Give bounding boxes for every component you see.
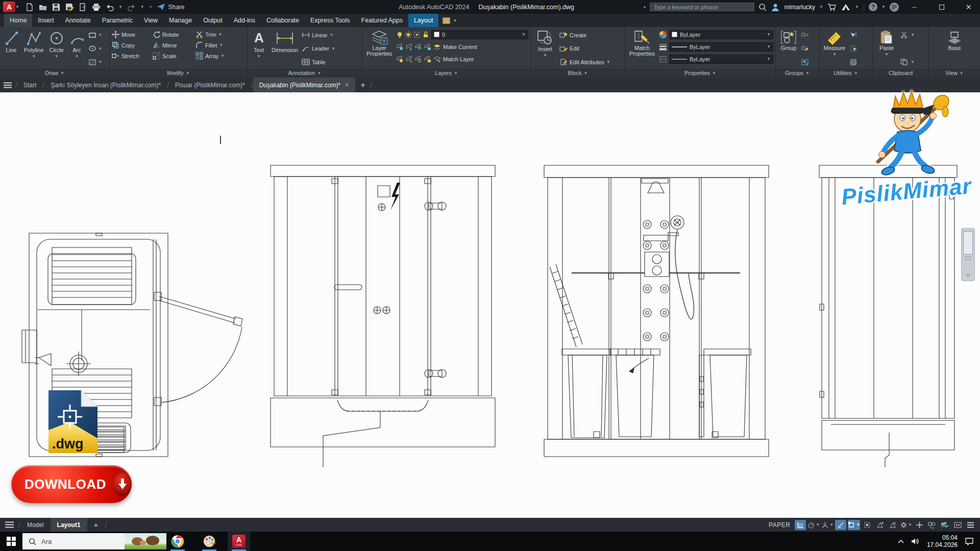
panel-title-properties[interactable]: Properties▼ [625,68,775,78]
layer-thaw-sun-icon[interactable] [405,31,412,38]
layer-del-icon[interactable] [424,56,431,63]
layout1-tab[interactable]: Layout1 [51,518,87,532]
paper-space-indicator[interactable]: PAPER [769,521,790,529]
signed-in-user[interactable]: mimarlucky [784,4,815,11]
object-snap-toggle[interactable]: ▼ [848,520,860,530]
isolate-objects-toggle[interactable] [926,520,938,530]
user-avatar-icon[interactable] [771,3,780,11]
doc-tab-close-icon[interactable]: ✕ [345,82,349,88]
redo-icon[interactable] [127,3,136,11]
plot-icon[interactable] [92,3,101,11]
autocad-app-icon[interactable]: A [3,2,15,12]
layer-merge-icon[interactable] [414,56,422,63]
polyline-button[interactable]: Polyline▼ [22,29,45,68]
help-search-input[interactable]: Type a keyword or phrase [650,3,754,11]
edit-block-button[interactable]: Edit [559,43,610,54]
layer-isolate-icon[interactable] [413,31,421,38]
panel-title-annotation[interactable]: Annotation▼ [248,68,362,78]
hatch-tool-button[interactable]: ▼ [88,57,103,67]
tab-layout[interactable]: Layout [408,14,439,27]
mirror-button[interactable]: Mirror [153,40,194,51]
undo-icon[interactable] [105,3,114,11]
rotate-button[interactable]: Rotate [153,29,194,40]
new-file-icon[interactable] [26,3,34,11]
make-current-button[interactable]: Make Current [433,42,477,52]
taskbar-paint-app-icon[interactable] [198,532,220,551]
taskbar-autocad-icon[interactable]: ACAD [228,532,250,551]
save-as-icon[interactable] [65,3,74,11]
customization-plus[interactable] [914,520,925,530]
select-objects-button[interactable] [850,43,857,54]
save-icon[interactable] [52,3,61,11]
linetype-dropdown[interactable]: ByLayer▼ [669,55,773,64]
clean-screen-toggle[interactable] [952,520,963,530]
save-to-web-icon[interactable] [79,3,87,11]
doc-tab-dusakabin[interactable]: Duşakabin (PislikMimar.com)* ✕ [253,78,356,92]
measure-button[interactable]: Measure▼ [821,29,848,68]
drawing-canvas[interactable]: PislikMimar .dwg DOWNLOAD [0,92,980,518]
copy-clip-button[interactable]: ▼ [900,57,915,67]
quick-select-button[interactable] [850,30,857,40]
layout-sheet-icon[interactable] [443,17,450,24]
redo-dropdown-caret-icon[interactable]: ▼ [140,5,144,9]
doc-tabs-menu-icon[interactable] [0,78,15,92]
tab-express-tools[interactable]: Express Tools [305,14,356,27]
panel-title-layers[interactable]: Layers▼ [362,68,530,78]
graphics-performance-toggle[interactable] [939,520,950,530]
tab-annotate[interactable]: Annotate [60,14,96,27]
group-edit-button[interactable] [801,43,809,54]
quick-calculator-button[interactable] [850,57,857,67]
fillet-button[interactable]: Fillet▼ [195,40,223,51]
linear-dimension-button[interactable]: Linear▼ [302,30,335,40]
restore-button[interactable] [930,0,953,14]
doc-tab-sarki[interactable]: Şarkı Söyleyen İnsan (PislikMimar.com)* [44,78,167,92]
grid-snap-toggle[interactable] [795,520,806,530]
layer-on-bulb-icon[interactable] [396,31,403,38]
search-expand-icon[interactable]: ▸ [644,5,646,9]
layer-freeze-icon[interactable] [405,43,413,51]
panel-title-groups[interactable]: Groups▼ [776,68,819,78]
layer-prev-icon[interactable] [396,56,404,63]
match-layer-button[interactable]: Match Layer [433,55,474,64]
panel-title-draw[interactable]: Draw▼ [0,68,109,78]
layer-walk-icon[interactable] [405,56,413,63]
lineweight-dropdown[interactable]: ByLayer▼ [669,42,773,52]
stretch-button[interactable]: Stretch [112,51,152,61]
hidden-icons-chevron[interactable] [898,539,904,543]
model-tab[interactable]: Model [20,518,51,532]
volume-icon[interactable] [911,538,920,545]
taskbar-search-input[interactable]: Ara [22,533,166,549]
close-button[interactable]: ✕ [957,0,980,14]
panel-title-clipboard[interactable]: Clipboard [873,68,928,78]
panel-title-utilities[interactable]: Utilities▼ [819,68,872,78]
edit-attributes-button[interactable]: Edit Attributes▼ [559,57,610,67]
taskbar-chrome-icon[interactable] [166,532,189,551]
doc-tab-start[interactable]: Start [17,78,42,92]
paste-button[interactable]: Paste▼ [875,29,898,68]
scale-button[interactable]: Scale [153,51,194,61]
array-button[interactable]: Array▼ [195,51,225,61]
open-file-icon[interactable] [39,3,47,11]
customize-quick-access-icon[interactable]: ≂ [149,5,153,9]
doc-tab-pisuar[interactable]: Pisuar (PislikMimar.com)* [169,78,251,92]
text-button[interactable]: A Text▼ [250,29,268,68]
help-dropdown-caret-icon[interactable]: ▼ [881,5,886,9]
status-bar-menu-icon[interactable] [965,520,976,530]
ungroup-button[interactable] [801,30,809,40]
tab-add-ins[interactable]: Add-ins [228,14,261,27]
leader-button[interactable]: Leader▼ [302,43,335,54]
help-icon[interactable]: ? [869,3,877,11]
layer-lock-icon[interactable] [414,43,422,51]
new-layout-button[interactable]: + [87,518,105,532]
minimize-button[interactable]: ─ [903,0,926,14]
layer-select-dropdown[interactable]: 0 ▼ [431,30,528,39]
tab-manage[interactable]: Manage [163,14,198,27]
search-box-daily-image[interactable] [125,533,166,549]
ribbon-display-caret-icon[interactable]: ▼ [453,18,457,23]
action-center-icon[interactable] [965,537,974,545]
selection-cycling-toggle[interactable] [862,520,873,530]
share-button[interactable]: Share [157,3,184,11]
tab-insert[interactable]: Insert [32,14,59,27]
line-button[interactable]: Line [2,29,20,68]
new-drawing-tab-button[interactable]: + [355,78,370,92]
